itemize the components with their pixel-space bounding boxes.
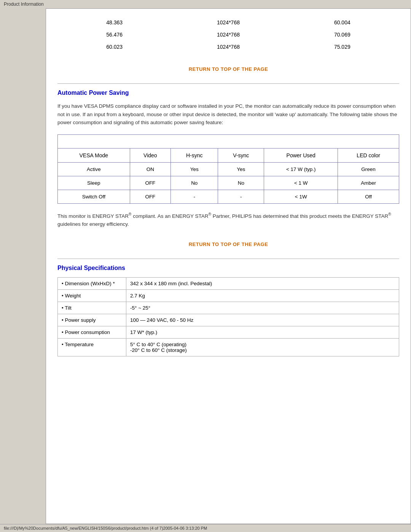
return-link-1-anchor[interactable]: RETURN TO TOP OF THE PAGE: [189, 66, 268, 72]
spec-value-weight: 2.7 Kg: [126, 290, 399, 302]
row-active-video: ON: [130, 162, 171, 176]
spec-row-powersupply: • Power supply 100 — 240 VAC, 60 - 50 Hz: [58, 314, 399, 326]
left-sidebar: [0, 8, 46, 524]
auto-power-description: If you have VESA DPMS compliance display…: [57, 102, 399, 127]
content-area: 48.363 1024*768 60.004 56.476 1024*768 7…: [46, 8, 411, 524]
timing-col1-1: 48.363: [57, 18, 171, 27]
row-sleep-video: OFF: [130, 176, 171, 190]
spec-value-powersupply: 100 — 240 VAC, 60 - 50 Hz: [126, 314, 399, 326]
timing-col3-3: 75.029: [285, 42, 399, 51]
power-management-table: Power Management Definition VESA Mode Vi…: [57, 134, 399, 204]
col-header-vesa: VESA Mode: [58, 148, 130, 162]
spec-value-tilt: -5° ~ 25°: [126, 302, 399, 314]
spec-label-tilt: • Tilt: [58, 302, 126, 314]
row-sleep-vesa: Sleep: [58, 176, 130, 190]
row-switchoff-video: OFF: [130, 190, 171, 203]
col-header-vsync: V-sync: [218, 148, 264, 162]
bottom-bar: file:///D|/My%20Documents/dfu/A5_new/ENG…: [0, 524, 411, 532]
physical-specs-section: Physical Specifications • Dimension (WxH…: [57, 265, 399, 356]
return-link-2-anchor[interactable]: RETURN TO TOP OF THE PAGE: [189, 241, 268, 247]
col-header-power: Power Used: [264, 148, 338, 162]
timing-col2-1: 1024*768: [171, 18, 285, 27]
spec-row-temperature: • Temperature 5° C to 40° C (operating)-…: [58, 339, 399, 356]
row-switchoff-power: < 1W: [264, 190, 338, 203]
spec-label-temperature: • Temperature: [58, 339, 126, 356]
row-switchoff-hsync: -: [171, 190, 218, 203]
physical-specs-title: Physical Specifications: [57, 265, 399, 272]
row-active-vsync: Yes: [218, 162, 264, 176]
main-content: 48.363 1024*768 60.004 56.476 1024*768 7…: [0, 8, 411, 524]
row-sleep-hsync: No: [171, 176, 218, 190]
auto-power-title: Automatic Power Saving: [57, 89, 399, 96]
energy-star-text: This monitor is ENERGY STAR® compliant. …: [57, 211, 399, 228]
spec-row-tilt: • Tilt -5° ~ 25°: [58, 302, 399, 314]
auto-power-section: Automatic Power Saving If you have VESA …: [57, 89, 399, 228]
physical-specs-table: • Dimension (WxHxD) * 342 x 344 x 180 mm…: [57, 277, 399, 356]
bottom-bar-path: file:///D|/My%20Documents/dfu/A5_new/ENG…: [4, 526, 207, 530]
spec-value-temperature: 5° C to 40° C (operating)-20° C to 60° C…: [126, 339, 399, 356]
spec-label-dimension: • Dimension (WxHxD) *: [58, 278, 126, 290]
row-active-vesa: Active: [58, 162, 130, 176]
top-bar: Product Information: [0, 0, 411, 8]
timing-row-2: 56.476 1024*768 70.069: [57, 29, 399, 41]
table-row-active: Active ON Yes Yes < 17 W (typ.) Green: [58, 162, 399, 176]
table-row-switchoff: Switch Off OFF - - < 1W Off: [58, 190, 399, 203]
col-header-hsync: H-sync: [171, 148, 218, 162]
spec-label-powersupply: • Power supply: [58, 314, 126, 326]
timing-col3-2: 70.069: [285, 30, 399, 39]
row-active-led: Green: [338, 162, 399, 176]
table-row-sleep: Sleep OFF No No < 1 W Amber: [58, 176, 399, 190]
timing-col1-3: 60.023: [57, 42, 171, 51]
timing-row-1: 48.363 1024*768 60.004: [57, 16, 399, 29]
spec-value-dimension: 342 x 344 x 180 mm (incl. Pedestal): [126, 278, 399, 290]
spec-row-powerconsumption: • Power consumption 17 W* (typ.): [58, 326, 399, 339]
divider-1: [57, 83, 399, 84]
timing-col1-2: 56.476: [57, 30, 171, 39]
divider-2: [57, 259, 399, 259]
return-link-2[interactable]: RETURN TO TOP OF THE PAGE: [57, 236, 399, 253]
row-active-power: < 17 W (typ.): [264, 162, 338, 176]
row-sleep-vsync: No: [218, 176, 264, 190]
row-switchoff-vesa: Switch Off: [58, 190, 130, 203]
col-header-video: Video: [130, 148, 171, 162]
timing-table-section: 48.363 1024*768 60.004 56.476 1024*768 7…: [57, 16, 399, 53]
col-header-led: LED color: [338, 148, 399, 162]
spec-value-powerconsumption: 17 W* (typ.): [126, 326, 399, 339]
power-table-header: Power Management Definition: [58, 134, 399, 148]
spec-row-dimension: • Dimension (WxHxD) * 342 x 344 x 180 mm…: [58, 278, 399, 290]
row-active-hsync: Yes: [171, 162, 218, 176]
row-sleep-led: Amber: [338, 176, 399, 190]
timing-col3-1: 60.004: [285, 18, 399, 27]
spec-row-weight: • Weight 2.7 Kg: [58, 290, 399, 302]
timing-row-3: 60.023 1024*768 75.029: [57, 41, 399, 53]
row-switchoff-led: Off: [338, 190, 399, 203]
row-switchoff-vsync: -: [218, 190, 264, 203]
return-link-1[interactable]: RETURN TO TOP OF THE PAGE: [57, 61, 399, 78]
top-bar-label: Product Information: [4, 2, 44, 7]
row-sleep-power: < 1 W: [264, 176, 338, 190]
spec-label-powerconsumption: • Power consumption: [58, 326, 126, 339]
timing-col2-2: 1024*768: [171, 30, 285, 39]
spec-label-weight: • Weight: [58, 290, 126, 302]
timing-col2-3: 1024*768: [171, 42, 285, 51]
